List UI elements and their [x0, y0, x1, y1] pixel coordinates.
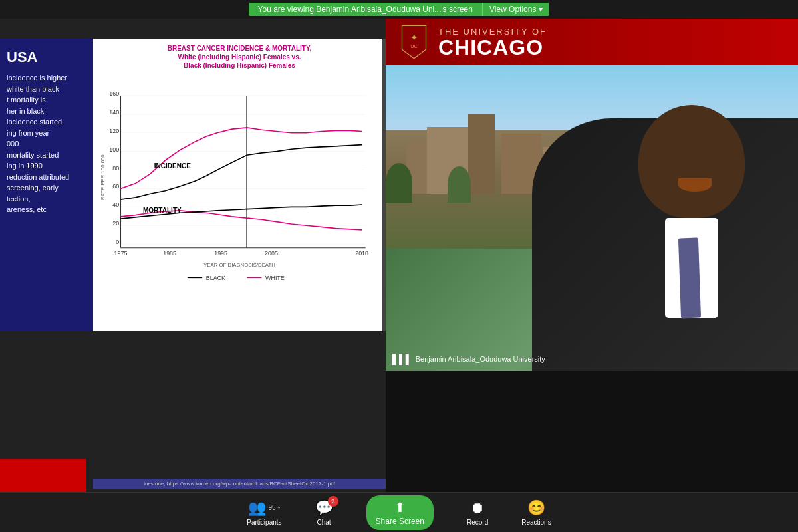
svg-text:2018: 2018 [355, 250, 368, 257]
record-label: Record [467, 519, 488, 526]
university-header: ✦ UC THE UNIVERSITY OF CHICAGO [386, 19, 798, 65]
slide-citation: inestone, https://www.komen.org/wp-conte… [93, 479, 386, 489]
toolbar-record[interactable]: ⏺ Record [467, 499, 488, 526]
red-panel [0, 459, 86, 492]
view-options-button[interactable]: View Options ▾ [482, 3, 549, 16]
top-banner: You are viewing Benjamin Aribisala_Odudu… [0, 0, 798, 19]
reactions-icon: 😊 [527, 499, 545, 517]
svg-text:1985: 1985 [163, 250, 176, 257]
slide-usa-label: USA [7, 49, 86, 66]
presentation-area: USA incidence is higher white than black… [0, 19, 386, 492]
slide: USA incidence is higher white than black… [0, 39, 386, 331]
slide-left-panel: USA incidence is higher white than black… [0, 39, 93, 331]
svg-text:WHITE: WHITE [265, 275, 285, 281]
speaker-name-text: Benjamin Aribisala_Oduduwa University [416, 355, 545, 363]
svg-text:120: 120 [109, 128, 119, 134]
slide-chart-panel: BREAST CANCER INCIDENCE & MORTALITY, Whi… [93, 39, 386, 331]
screen-share-notice: You are viewing Benjamin Aribisala_Odudu… [249, 3, 482, 16]
speaker-video: ▌▌▌ Benjamin Aribisala_Oduduwa Universit… [386, 65, 798, 371]
chevron-down-icon: ▾ [539, 5, 543, 14]
svg-text:1975: 1975 [114, 250, 128, 257]
svg-text:60: 60 [112, 183, 119, 190]
svg-text:BLACK: BLACK [206, 275, 225, 281]
share-screen-icon: ⬆ [394, 499, 406, 515]
svg-text:20: 20 [112, 220, 119, 227]
chart-area: 160 140 120 100 80 60 40 20 0 RATE PER 1… [98, 72, 380, 312]
speaker-figure [532, 92, 798, 371]
uchicago-shield-icon: ✦ UC [399, 25, 429, 59]
slide-divider [382, 39, 386, 331]
svg-text:✦: ✦ [410, 33, 418, 43]
svg-text:YEAR OF DIAGNOSIS/DEATH: YEAR OF DIAGNOSIS/DEATH [203, 262, 275, 268]
video-area: ✦ UC THE UNIVERSITY OF CHICAGO [386, 19, 798, 492]
participants-count: 95 [268, 504, 275, 511]
svg-text:1995: 1995 [214, 250, 227, 257]
chart-title: BREAST CANCER INCIDENCE & MORTALITY, Whi… [98, 44, 380, 70]
toolbar-reactions[interactable]: 😊 Reactions [521, 499, 551, 526]
svg-text:80: 80 [112, 165, 119, 172]
svg-text:INCIDENCE: INCIDENCE [154, 162, 191, 170]
svg-text:100: 100 [109, 146, 119, 153]
svg-text:40: 40 [112, 201, 119, 208]
toolbar-chat[interactable]: 💬 2 Chat [315, 499, 333, 526]
notice-text: You are viewing Benjamin Aribisala_Odudu… [258, 5, 473, 14]
chart-svg: 160 140 120 100 80 60 40 20 0 RATE PER 1… [98, 72, 380, 312]
share-screen-button[interactable]: ⬆ Share Screen [366, 495, 434, 530]
signal-strength-icon: ▌▌▌ [392, 354, 412, 364]
reactions-label: Reactions [521, 519, 551, 526]
chat-label: Chat [317, 519, 331, 526]
svg-text:RATE PER 100,000: RATE PER 100,000 [100, 154, 106, 200]
chat-badge: 2 [328, 496, 338, 507]
participants-chevron-icon: ^ [278, 505, 281, 511]
participants-label: Participants [247, 519, 281, 526]
svg-text:UC: UC [410, 43, 417, 49]
svg-text:MORTALITY: MORTALITY [143, 207, 182, 214]
slide-text: incidence is higher white than black t m… [7, 72, 86, 215]
toolbar-participants[interactable]: 👥 95 ^ Participants [247, 499, 281, 526]
svg-text:0: 0 [116, 239, 119, 245]
participants-icon: 👥 [248, 499, 266, 517]
view-options-label: View Options [489, 5, 536, 14]
main-content: USA incidence is higher white than black… [0, 19, 798, 492]
svg-text:160: 160 [109, 90, 119, 97]
svg-text:2005: 2005 [265, 250, 278, 257]
speaker-name-badge: ▌▌▌ Benjamin Aribisala_Oduduwa Universit… [392, 354, 545, 364]
svg-text:140: 140 [109, 109, 119, 116]
university-name: THE UNIVERSITY OF CHICAGO [438, 27, 547, 58]
toolbar: 👥 95 ^ Participants 💬 2 Chat ⬆ Share Scr… [0, 492, 798, 532]
chicago-label: CHICAGO [438, 37, 547, 58]
share-screen-label: Share Screen [376, 517, 424, 526]
record-icon: ⏺ [470, 499, 485, 517]
